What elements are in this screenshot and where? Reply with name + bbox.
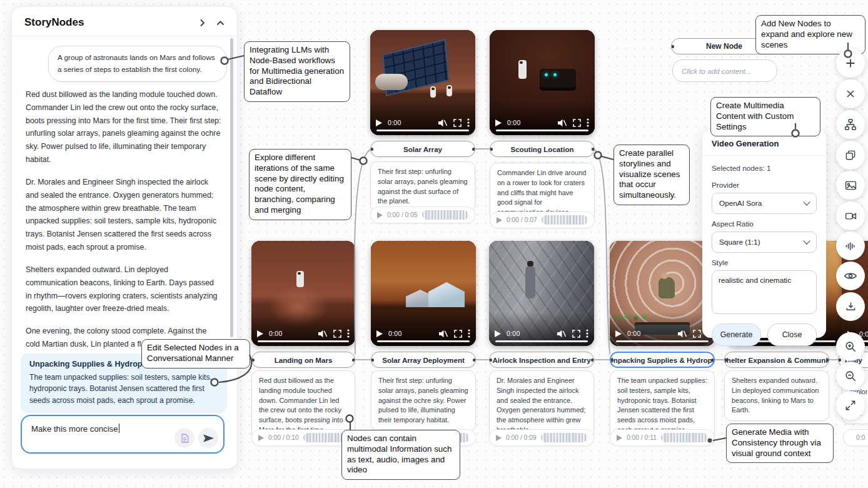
fullscreen-icon[interactable] (572, 330, 580, 338)
menu-icon[interactable] (586, 329, 588, 338)
clear-button[interactable] (836, 79, 865, 108)
chat-input-value: Make this more concise (31, 424, 118, 434)
play-icon[interactable] (495, 119, 502, 126)
node-title-pill[interactable]: Airlock Inspection and Entry (489, 352, 594, 368)
close-button[interactable]: Close (767, 323, 817, 346)
audio-player[interactable]: 0:0 (843, 429, 868, 446)
chevron-up-icon[interactable] (216, 20, 225, 26)
zoom-in-button[interactable] (836, 332, 865, 361)
video-progress[interactable] (496, 130, 588, 132)
mute-icon[interactable] (318, 330, 328, 338)
video-time: 0:00 (627, 330, 641, 337)
story-text[interactable]: Red dust billowed as the landing module … (26, 88, 222, 351)
node-title-pill-selected[interactable]: Unpacking Supplies & Hydropo (610, 352, 715, 368)
zoom-out-button[interactable] (836, 362, 865, 390)
node-title: Unpacking Supplies & Hydropo (610, 356, 715, 364)
audio-play-icon[interactable] (617, 435, 622, 441)
chevron-right-icon[interactable] (199, 19, 206, 27)
audio-node-button[interactable] (836, 231, 865, 260)
video-player[interactable]: 0:00 (251, 241, 355, 346)
attach-document-button[interactable] (174, 428, 194, 448)
download-button[interactable] (836, 292, 865, 321)
fit-view-button[interactable] (836, 391, 865, 420)
annotation-parallel: Create parallel storylines and visualize… (613, 145, 690, 205)
video-player[interactable]: 0:00 (490, 30, 595, 135)
play-icon[interactable] (376, 330, 383, 337)
story-prompt-bubble[interactable]: A group of astronauts lands on Mars and … (48, 46, 227, 82)
greenhouse-art (428, 282, 465, 307)
node-text-card[interactable]: Their first step: unfurling solar arrays… (371, 370, 476, 431)
fullscreen-icon[interactable] (573, 119, 581, 127)
fullscreen-icon[interactable] (453, 119, 462, 127)
video-progress[interactable] (616, 340, 709, 343)
astronaut-art (447, 85, 452, 96)
provider-select[interactable]: OpenAI Sora (712, 193, 817, 214)
node-text: Shelters expanded outward. Lin deployed … (732, 377, 819, 414)
menu-icon[interactable] (587, 118, 589, 127)
node-title-pill[interactable]: Landing on Mars (251, 352, 355, 368)
audio-time: 0:00 / 0:09 (506, 434, 537, 441)
image-node-button[interactable] (836, 171, 865, 200)
video-player[interactable]: 0:00 (371, 241, 476, 346)
audio-player[interactable]: 0:00 / 0:05 (370, 206, 475, 223)
style-textarea[interactable]: realistic and cinematic (712, 270, 817, 314)
copy-icon (844, 149, 857, 161)
video-progress[interactable] (376, 130, 469, 132)
audio-player[interactable]: 0:00 / 0:07 (490, 211, 595, 228)
node-text-card[interactable]: Their first step: unfurling solar arrays… (370, 161, 475, 212)
fullscreen-icon[interactable] (693, 330, 701, 338)
panel-scrollbar[interactable] (230, 38, 233, 337)
fullscreen-icon[interactable] (454, 330, 462, 338)
node-title-pill[interactable]: Solar Array Deployment (371, 352, 476, 368)
aspect-ratio-select[interactable]: Square (1:1) (712, 231, 817, 253)
audio-play-icon[interactable] (497, 217, 502, 223)
audio-player[interactable]: 0:00 / 0:11 (610, 429, 715, 446)
video-player[interactable]: 0:00 (370, 30, 475, 135)
duplicate-button[interactable] (836, 141, 865, 170)
audio-play-icon[interactable] (377, 212, 383, 218)
chat-input[interactable]: Make this more concise (21, 415, 225, 454)
audio-play-icon[interactable] (496, 435, 502, 441)
mute-icon[interactable] (557, 330, 567, 338)
mute-icon[interactable] (438, 330, 448, 338)
video-progress[interactable] (258, 340, 349, 343)
menu-icon[interactable] (467, 118, 470, 127)
video-progress[interactable] (377, 340, 470, 343)
mute-icon[interactable] (438, 119, 448, 127)
video-camera-icon (844, 210, 857, 223)
story-paragraph: Shelters expanded outward. Lin deployed … (26, 263, 222, 315)
new-node-placeholder: Click to add content... (682, 67, 752, 75)
mute-icon[interactable] (677, 330, 687, 338)
new-node-content-input[interactable]: Click to add content... (672, 59, 777, 82)
video-player[interactable]: 0:00 (489, 241, 594, 346)
send-button[interactable] (198, 428, 218, 448)
visibility-button[interactable] (836, 262, 865, 290)
node-text: Their first step: unfurling solar arrays… (378, 168, 468, 205)
audio-play-icon[interactable] (258, 435, 264, 441)
play-icon[interactable] (257, 330, 263, 337)
canvas[interactable]: 0:00 0:00 Solar Array Scouting Location … (0, 0, 868, 488)
add-node-button[interactable] (836, 49, 865, 78)
play-icon[interactable] (615, 330, 622, 337)
node-title: Solar Array Deployment (382, 356, 465, 364)
annotation-text: Generate Media with Consistency through … (732, 427, 821, 458)
video-player[interactable]: 0:00 (610, 241, 715, 346)
play-icon[interactable] (495, 330, 501, 337)
audio-player[interactable]: 0:00 / 0:09 (489, 429, 594, 446)
fullscreen-icon[interactable] (333, 330, 341, 338)
audio-player[interactable]: 0:00 / 0:10 (251, 429, 355, 446)
node-text-card[interactable]: Shelters expanded outward. Lin deployed … (724, 370, 829, 421)
provider-value: OpenAI Sora (719, 199, 762, 208)
video-node-button[interactable] (836, 201, 865, 230)
auto-layout-button[interactable] (836, 110, 865, 139)
generate-button[interactable]: Generate (712, 323, 761, 346)
node-title-pill[interactable]: Solar Array (370, 141, 475, 157)
mute-icon[interactable] (557, 119, 567, 127)
play-icon[interactable] (376, 119, 382, 126)
node-title-pill[interactable]: Shelter Expansion & Communic (724, 352, 829, 368)
menu-icon[interactable] (468, 329, 470, 338)
download-icon (844, 300, 857, 313)
menu-icon[interactable] (347, 329, 350, 338)
node-title-pill[interactable]: Scouting Location (490, 141, 595, 157)
video-progress[interactable] (495, 340, 588, 343)
